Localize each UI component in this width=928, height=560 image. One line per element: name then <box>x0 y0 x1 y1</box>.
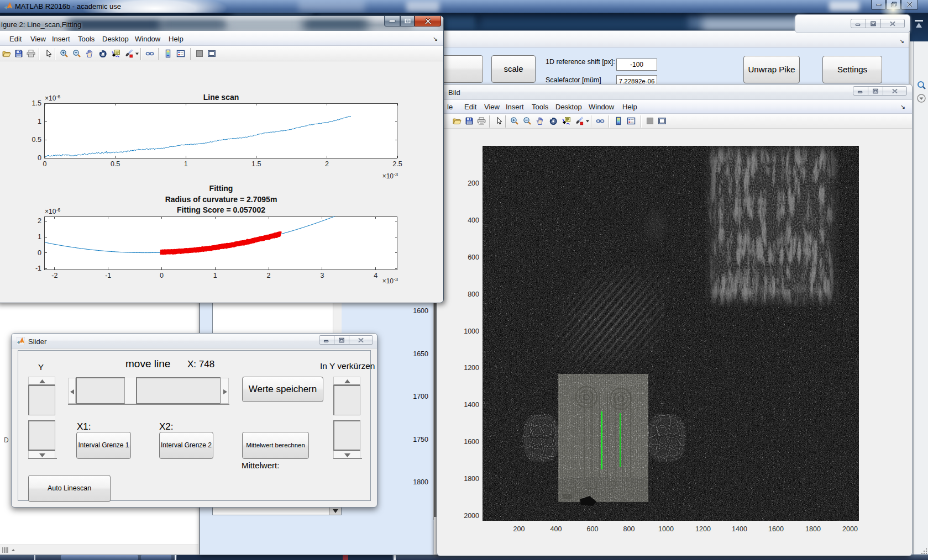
svg-text:0: 0 <box>38 249 41 257</box>
svg-text:2: 2 <box>267 272 271 279</box>
svg-text:1.5: 1.5 <box>251 160 261 168</box>
svg-text:1: 1 <box>38 118 41 125</box>
svg-text:0: 0 <box>43 160 47 168</box>
svg-text:2: 2 <box>325 160 329 168</box>
svg-text:1.5: 1.5 <box>32 99 41 107</box>
svg-text:×10-3: ×10-3 <box>382 172 398 180</box>
svg-text:-2: -2 <box>51 272 57 279</box>
svg-text:1: 1 <box>184 160 188 168</box>
svg-text:0: 0 <box>160 272 164 279</box>
svg-text:2.5: 2.5 <box>392 160 402 168</box>
svg-text:1: 1 <box>38 233 41 241</box>
svg-text:×10-3: ×10-3 <box>382 277 398 285</box>
svg-text:0: 0 <box>38 154 41 162</box>
svg-text:-1: -1 <box>35 265 41 272</box>
svg-text:0.5: 0.5 <box>32 136 41 144</box>
svg-text:×10-6: ×10-6 <box>45 207 60 215</box>
svg-text:4: 4 <box>374 272 378 279</box>
svg-text:0.5: 0.5 <box>111 160 120 168</box>
svg-text:Line scan: Line scan <box>203 93 239 102</box>
svg-text:Radius of curvature = 2.7095m: Radius of curvature = 2.7095m <box>165 195 277 204</box>
svg-text:2: 2 <box>38 217 41 225</box>
svg-text:×10-6: ×10-6 <box>45 94 60 102</box>
svg-text:-1: -1 <box>105 272 111 279</box>
svg-text:3: 3 <box>320 272 324 279</box>
svg-text:Fitting Score = 0.057002: Fitting Score = 0.057002 <box>177 205 265 214</box>
svg-text:1: 1 <box>213 272 217 279</box>
svg-text:Fitting: Fitting <box>209 184 233 193</box>
